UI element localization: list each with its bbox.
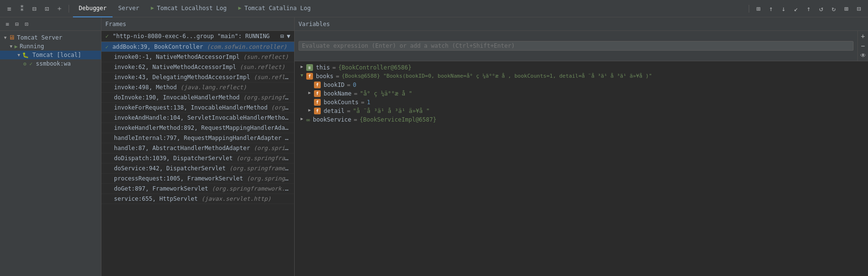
tab-server[interactable]: Server	[113, 0, 145, 17]
frame-method: invoke:43, DelegatingMethodAccessorImpl	[114, 74, 254, 81]
frame-text: service:655, HttpServlet (javax.servlet.…	[105, 195, 290, 202]
var-item-bookcounts[interactable]: ▶ f bookCounts = 1	[295, 98, 868, 107]
var-name-bookcounts: bookCounts	[324, 99, 358, 106]
sidebar-tree: ▼ 🖥 Tomcat Server ▼ ▶ Running ▼ 🐛 T	[0, 31, 101, 276]
arrow-bookname: ▶	[306, 90, 313, 95]
sidebar-settings-icon[interactable]: ⊡	[22, 20, 31, 28]
frame-item[interactable]: invokeHandlerMethod:892, RequestMappingH…	[101, 123, 294, 133]
thread-expand-icon[interactable]: ▼	[287, 33, 290, 40]
filter-icon[interactable]: ⊟	[29, 3, 40, 14]
frame-class: (org.springframework.web.se...	[212, 185, 290, 192]
frame-item[interactable]: ✓ addBook:39, BookController (com.sofwin…	[101, 42, 294, 52]
sidebar: ≡ ⊟ ⊡ ▼ 🖥 Tomcat Server ▼ ▶ Running	[0, 17, 101, 276]
var-eq-bookname: =	[354, 90, 357, 97]
debug-icon: 🐛	[22, 52, 29, 58]
frame-item[interactable]: doInvoke:190, InvocableHandlerMethod (or…	[101, 93, 294, 103]
arrow-tomcat-server: ▼	[2, 34, 9, 41]
record-icon[interactable]: ⊡	[42, 3, 52, 14]
frame-text: invokeHandlerMethod:892, RequestMappingH…	[105, 124, 290, 131]
step-into-my-code-icon[interactable]: ↙	[791, 3, 801, 14]
separator-1	[69, 5, 69, 13]
tree-item-tomcat[interactable]: ▼ 🐛 Tomcat [local]	[0, 51, 101, 59]
frame-class: (org.springfram...	[254, 145, 290, 152]
eye-icon[interactable]: 👁	[859, 51, 868, 60]
tab-tomcat-catalina[interactable]: ▶ Tomcat Catalina Log	[232, 0, 316, 17]
var-item-detail[interactable]: ▶ f detail = "å ¨å ³ä¹ å ³ä¹ ä»¥å "	[295, 107, 868, 115]
frame-item[interactable]: doDispatch:1039, DispatcherServlet (org.…	[101, 153, 294, 164]
add-watch-icon[interactable]: +	[859, 32, 868, 41]
frame-class: (sun.reflect)	[240, 64, 285, 70]
frame-item[interactable]: doGet:897, FrameworkServlet (org.springf…	[101, 184, 294, 194]
server-icon: 🖥	[9, 34, 15, 41]
frame-text: doGet:897, FrameworkServlet (org.springf…	[105, 185, 290, 192]
frame-active-thread[interactable]: ✓ "http-nio-8080-exec-6...group "main": …	[101, 31, 294, 42]
tab-tomcat-catalina-label: Tomcat Catalina Log	[244, 5, 311, 12]
eval-expression-input[interactable]	[299, 41, 854, 51]
frame-item[interactable]: processRequest:1005, FrameworkServlet (o…	[101, 174, 294, 184]
frame-text: invokeAndHandle:104, ServletInvocableHan…	[105, 114, 290, 121]
run-to-cursor-icon[interactable]: ↺	[816, 3, 826, 14]
frame-method: invokeHandlerMethod:892, RequestMappingH…	[114, 124, 290, 131]
frame-text: doService:942, DispatcherServlet (org.sp…	[105, 165, 290, 172]
frame-item[interactable]: invoke:498, Method (java.lang.reflect)	[101, 83, 294, 93]
frame-text: processRequest:1005, FrameworkServlet (o…	[105, 175, 290, 182]
frame-class: (org.springframe...	[247, 175, 290, 182]
rerun-icon[interactable]: ≡	[4, 3, 14, 14]
frame-item[interactable]: service:655, HttpServlet (javax.servlet.…	[101, 194, 294, 204]
thread-filter-icon[interactable]: ⊟	[281, 33, 284, 40]
frame-item[interactable]: invoke0:-1, NativeMethodAccessorImpl (su…	[101, 52, 294, 62]
var-item-this[interactable]: ▶ ≡ this = {BookController@6586}	[295, 63, 868, 72]
arrow-books: ▼	[299, 73, 305, 78]
icon-f-bookcounts: f	[314, 99, 321, 106]
var-item-bookname[interactable]: ▶ f bookName = "å° ç ¼ä°°æ å "	[295, 89, 868, 98]
tab-tomcat-localhost-label: Tomcat Localhost Log	[157, 5, 227, 12]
label-ssmbook: ⚙ ✓ ssmbook:wa	[23, 60, 71, 67]
label-running: ▶ Running	[14, 43, 44, 50]
frame-text: invoke:62, NativeMethodAccessorImpl (sun…	[105, 64, 290, 70]
show-execution-point-icon[interactable]: ⊞	[753, 3, 764, 14]
frame-class: (com.sofwin.controller)	[207, 43, 287, 50]
settings-icon[interactable]: ⊟	[854, 3, 864, 14]
sidebar-collapse-icon[interactable]: ⊟	[13, 20, 21, 28]
tab-tomcat-localhost[interactable]: ▶ Tomcat Localhost Log	[145, 0, 232, 17]
tab-debugger[interactable]: Debugger	[73, 0, 113, 17]
frame-item[interactable]: invoke:43, DelegatingMethodAccessorImpl …	[101, 72, 294, 83]
frame-item[interactable]: invokeForRequest:138, InvocableHandlerMe…	[101, 103, 294, 113]
var-value-bookid: 0	[353, 82, 356, 88]
var-item-books[interactable]: ▼ f books = {Books@6588} "Books(bookID=0…	[295, 72, 868, 81]
frame-method: invokeForRequest:138, InvocableHandlerMe…	[114, 104, 271, 111]
variables-header: Variables	[295, 17, 868, 31]
frame-text: handleInternal:797, RequestMappingHandle…	[105, 135, 290, 141]
step-into-icon[interactable]: ↓	[778, 3, 789, 14]
frame-item[interactable]: handleInternal:797, RequestMappingHandle…	[101, 133, 294, 143]
var-value-books: {Books@6588} "Books(bookID=0, bookName=å…	[342, 73, 652, 79]
frame-item[interactable]: invoke:62, NativeMethodAccessorImpl (sun…	[101, 62, 294, 72]
tree-item-ssmbook[interactable]: ⚙ ✓ ssmbook:wa	[0, 59, 101, 68]
frame-method: invoke:62, NativeMethodAccessorImpl	[114, 64, 240, 70]
frame-item[interactable]: invokeAndHandle:104, ServletInvocableHan…	[101, 113, 294, 123]
tab-bar: Debugger Server ▶ Tomcat Localhost Log ▶…	[73, 0, 745, 17]
sidebar-reload-icon[interactable]: ≡	[3, 20, 12, 28]
frames-list: ✓ addBook:39, BookController (com.sofwin…	[101, 42, 294, 276]
step-out-icon[interactable]: ↑	[803, 3, 814, 14]
restore-layout-icon[interactable]: ⊞	[841, 3, 852, 14]
var-item-bookid[interactable]: ▶ f bookID = 0	[295, 81, 868, 89]
frame-class: (java.lang.reflect)	[180, 84, 246, 91]
frame-class: (org.springfram...	[243, 94, 290, 101]
var-item-bookservice[interactable]: ▶ ∞ bookService = {BookServiceImpl@6587}	[295, 115, 868, 124]
tree-item-running[interactable]: ▼ ▶ Running	[0, 42, 101, 51]
thread-check-icon: ✓	[105, 33, 109, 40]
step-over-icon[interactable]: ⁑	[16, 3, 27, 14]
step-over-debug-icon[interactable]: ↑	[766, 3, 776, 14]
add-icon[interactable]: ＋	[54, 3, 65, 14]
icon-f-detail: f	[314, 108, 321, 114]
label-tomcat-server: 🖥 Tomcat Server	[9, 34, 62, 41]
minus-icon[interactable]: −	[859, 41, 868, 50]
tree-item-tomcat-server[interactable]: ▼ 🖥 Tomcat Server	[0, 33, 101, 42]
tomcat-text: Tomcat [local]	[32, 52, 81, 58]
frame-item[interactable]: handle:87, AbstractHandlerMethodAdapter …	[101, 143, 294, 153]
evaluate-icon[interactable]: ↻	[828, 3, 839, 14]
frame-item[interactable]: doService:942, DispatcherServlet (org.sp…	[101, 164, 294, 174]
frame-method: doService:942, DispatcherServlet	[114, 165, 229, 172]
tomcat-server-text: Tomcat Server	[17, 34, 62, 41]
